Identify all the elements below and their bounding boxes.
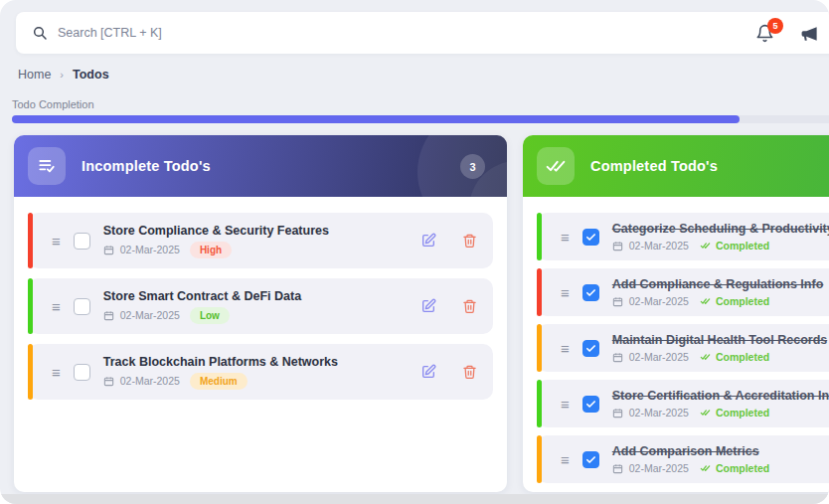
completed-todos-card: Completed Todo's ≡ Categorize Scheduling…	[523, 135, 829, 492]
completed-status: Completed	[699, 240, 769, 252]
horizontal-scrollbar[interactable]	[0, 494, 829, 504]
todo-item: ≡ Store Smart Contract & DeFi Data 02-Ma…	[28, 278, 493, 334]
drag-handle-icon[interactable]: ≡	[561, 285, 570, 300]
todo-item: ≡ Categorize Scheduling & Productivity A…	[537, 213, 829, 260]
priority-badge: Medium	[190, 373, 248, 390]
todo-text: Store Smart Contract & DeFi Data 02-Mar-…	[103, 289, 301, 324]
app-window: 5 Home › Todos Todo Completion	[0, 0, 829, 504]
edit-icon	[420, 364, 436, 380]
completed-panel-title: Completed Todo's	[590, 158, 718, 174]
todo-date: 02-Mar-2025	[629, 240, 689, 252]
todo-title: Store Certification & Accreditation Info	[612, 389, 829, 403]
todo-checkbox-checked[interactable]	[582, 396, 599, 413]
todo-title: Add Compliance & Regulations Info	[612, 277, 824, 291]
edit-todo-button[interactable]	[420, 298, 436, 314]
todo-date: 02-Mar-2025	[120, 244, 180, 255]
priority-accent-strip	[537, 268, 542, 316]
edit-todo-button[interactable]	[420, 233, 436, 249]
todo-checkbox-checked[interactable]	[582, 284, 599, 301]
todo-checkbox[interactable]	[74, 364, 90, 381]
panels-row: Incomplete Todo's 3 ≡ Store Compliance &…	[14, 135, 829, 492]
priority-accent-strip	[28, 344, 33, 400]
todo-meta: 02-Mar-2025 High	[103, 242, 329, 258]
incomplete-header-chip	[28, 147, 66, 185]
todo-text: Track Blockchain Platforms & Networks 02…	[103, 355, 338, 390]
completed-todo-list: ≡ Categorize Scheduling & Productivity A…	[523, 197, 829, 499]
double-check-icon	[546, 156, 566, 176]
drag-handle-icon[interactable]: ≡	[561, 397, 570, 412]
priority-accent-strip	[537, 435, 542, 483]
todo-checkbox-checked[interactable]	[582, 229, 599, 246]
drag-handle-icon[interactable]: ≡	[561, 341, 570, 356]
priority-accent-strip	[537, 324, 542, 372]
priority-badge: High	[190, 242, 232, 258]
todo-actions	[420, 233, 477, 249]
todo-item: ≡ Track Blockchain Platforms & Networks …	[28, 344, 493, 400]
megaphone-icon	[800, 24, 819, 43]
priority-badge: Low	[190, 307, 230, 324]
todo-item: ≡ Store Certification & Accreditation In…	[537, 380, 829, 427]
todo-checkbox-checked[interactable]	[582, 340, 599, 357]
drag-handle-icon[interactable]: ≡	[52, 299, 61, 314]
progress-label: Todo Completion	[12, 98, 94, 110]
priority-accent-strip	[28, 213, 33, 268]
todo-date: 02-Mar-2025	[120, 309, 180, 321]
todo-text: Store Compliance & Security Features 02-…	[103, 224, 329, 258]
todo-item: ≡ Store Compliance & Security Features 0…	[28, 213, 493, 268]
task-list-icon	[37, 156, 57, 176]
calendar-icon	[612, 352, 623, 363]
todo-date: 02-Mar-2025	[629, 462, 689, 474]
completed-status-label: Completed	[716, 351, 769, 363]
breadcrumb-home[interactable]: Home	[18, 68, 51, 82]
announcements-button[interactable]	[800, 24, 819, 43]
todo-item: ≡ Add Comparison Metrics 02-Mar-2025 Com…	[537, 435, 829, 483]
priority-accent-strip	[28, 278, 33, 334]
incomplete-panel-title: Incomplete Todo's	[82, 158, 211, 174]
todo-checkbox-checked[interactable]	[582, 451, 599, 468]
drag-handle-icon[interactable]: ≡	[52, 365, 61, 380]
double-check-icon	[699, 241, 712, 251]
delete-todo-button[interactable]	[462, 298, 477, 314]
priority-accent-strip	[537, 380, 542, 427]
delete-todo-button[interactable]	[462, 364, 477, 380]
drag-handle-icon[interactable]: ≡	[561, 452, 570, 467]
calendar-icon	[612, 296, 623, 307]
trash-icon	[462, 298, 477, 314]
todo-meta: 02-Mar-2025 Completed	[612, 462, 769, 474]
incomplete-todo-list: ≡ Store Compliance & Security Features 0…	[14, 197, 507, 416]
drag-handle-icon[interactable]: ≡	[52, 234, 61, 249]
completed-status-label: Completed	[716, 462, 769, 474]
check-icon	[585, 287, 596, 298]
edit-todo-button[interactable]	[420, 364, 436, 380]
double-check-icon	[699, 408, 712, 418]
search-bar: 5	[16, 12, 829, 54]
incomplete-count-badge: 3	[460, 154, 485, 179]
todo-checkbox[interactable]	[74, 298, 90, 315]
chevron-right-icon: ›	[60, 69, 64, 81]
calendar-icon	[103, 310, 114, 321]
todo-title: Add Comparison Metrics	[612, 444, 769, 458]
todo-completion-progressbar	[12, 115, 829, 123]
todo-date: 02-Mar-2025	[629, 295, 689, 307]
completed-status: Completed	[699, 462, 769, 474]
todo-title: Store Compliance & Security Features	[103, 224, 329, 238]
notifications-button[interactable]: 5	[755, 24, 774, 43]
todo-item: ≡ Add Compliance & Regulations Info 02-M…	[537, 268, 829, 316]
todo-date: 02-Mar-2025	[629, 407, 689, 419]
drag-handle-icon[interactable]: ≡	[561, 230, 570, 245]
completed-panel-header: Completed Todo's	[523, 135, 829, 197]
todo-title: Store Smart Contract & DeFi Data	[103, 289, 301, 303]
todo-checkbox[interactable]	[74, 233, 90, 250]
check-icon	[585, 399, 596, 410]
trash-icon	[462, 364, 477, 380]
calendar-icon	[612, 463, 623, 474]
todo-meta: 02-Mar-2025 Low	[103, 307, 301, 324]
calendar-icon	[612, 408, 623, 419]
delete-todo-button[interactable]	[462, 233, 477, 249]
edit-icon	[420, 233, 436, 249]
search-input[interactable]	[58, 26, 376, 40]
todo-meta: 02-Mar-2025 Completed	[612, 240, 829, 252]
check-icon	[585, 232, 596, 243]
completed-status: Completed	[699, 351, 769, 363]
completed-status: Completed	[699, 295, 769, 307]
